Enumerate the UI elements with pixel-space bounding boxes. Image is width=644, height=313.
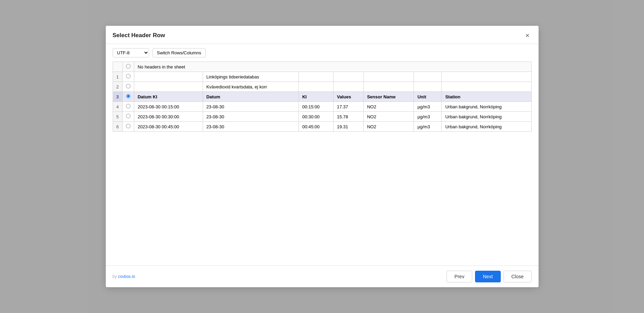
- dialog-toolbar: UTF-8 UTF-16 ISO-8859-1 Switch Rows/Colu…: [106, 44, 539, 62]
- row-num-5: 5: [113, 112, 122, 122]
- row-2-col-6: [414, 82, 442, 92]
- dialog-title: Select Header Row: [113, 32, 165, 39]
- table-row-selected: 3 Datum KI Datum KI Values Sensor Name U…: [113, 92, 531, 102]
- radio-cell-5[interactable]: [122, 112, 134, 122]
- row-6-col-4: 19.31: [333, 122, 363, 132]
- table-container: No headers in the sheet 1 Linköpings tid…: [106, 62, 539, 266]
- row-5-col-1: 2023-08-30 00:30:00: [134, 112, 203, 122]
- row-num-1: 1: [113, 72, 122, 82]
- row-3-radio[interactable]: [126, 94, 131, 98]
- row-1-col-3: [298, 72, 333, 82]
- row-3-col-2: Datum: [203, 92, 298, 102]
- dialog: Select Header Row × UTF-8 UTF-16 ISO-885…: [106, 26, 539, 287]
- footer-buttons: Prev Next Close: [447, 271, 531, 282]
- prev-button[interactable]: Prev: [447, 271, 472, 282]
- row-2-col-7: [442, 82, 531, 92]
- row-4-col-1: 2023-08-30 00:15:00: [134, 102, 203, 112]
- brand-link[interactable]: csvbox.io: [118, 274, 135, 279]
- row-1-col-5: [363, 72, 414, 82]
- row-6-radio[interactable]: [126, 124, 131, 128]
- no-header-row-num: [113, 62, 122, 72]
- row-4-radio[interactable]: [126, 104, 131, 108]
- row-num-6: 6: [113, 122, 122, 132]
- radio-cell-2[interactable]: [122, 82, 134, 92]
- row-3-col-6: Unit: [414, 92, 442, 102]
- table-row: 1 Linköpings tidseriedatabas: [113, 72, 531, 82]
- header-selection-table: No headers in the sheet 1 Linköpings tid…: [113, 62, 532, 132]
- brand-prefix: by: [113, 274, 118, 279]
- row-6-col-2: 23-08-30: [203, 122, 298, 132]
- row-4-col-5: NO2: [363, 102, 414, 112]
- row-1-col-1: [134, 72, 203, 82]
- no-header-label: No headers in the sheet: [134, 62, 531, 72]
- row-2-col-1: [134, 82, 203, 92]
- row-3-col-5: Sensor Name: [363, 92, 414, 102]
- row-num-3: 3: [113, 92, 122, 102]
- row-1-radio[interactable]: [126, 74, 131, 78]
- row-num-2: 2: [113, 82, 122, 92]
- no-header-row: No headers in the sheet: [113, 62, 531, 72]
- row-5-col-6: µg/m3: [414, 112, 442, 122]
- row-2-col-5: [363, 82, 414, 92]
- row-2-col-4: [333, 82, 363, 92]
- radio-cell-3[interactable]: [122, 92, 134, 102]
- row-2-col-3: [298, 82, 333, 92]
- row-3-col-7: Station: [442, 92, 531, 102]
- row-5-col-3: 00:30:00: [298, 112, 333, 122]
- next-button[interactable]: Next: [475, 271, 501, 282]
- radio-cell-6[interactable]: [122, 122, 134, 132]
- dialog-close-button[interactable]: ×: [523, 31, 532, 40]
- dialog-footer: by csvbox.io Prev Next Close: [106, 266, 539, 287]
- radio-cell-1[interactable]: [122, 72, 134, 82]
- row-6-col-6: µg/m3: [414, 122, 442, 132]
- row-4-col-7: Urban bakgrund, Norrköping: [442, 102, 531, 112]
- table-row: 4 2023-08-30 00:15:00 23-08-30 00:15:00 …: [113, 102, 531, 112]
- row-6-col-1: 2023-08-30 00:45:00: [134, 122, 203, 132]
- row-3-col-4: Values: [333, 92, 363, 102]
- row-5-radio[interactable]: [126, 114, 131, 118]
- row-4-col-4: 17.37: [333, 102, 363, 112]
- row-1-col-6: [414, 72, 442, 82]
- dialog-overlay: Select Header Row × UTF-8 UTF-16 ISO-885…: [0, 0, 644, 313]
- row-6-col-7: Urban bakgrund, Norrköping: [442, 122, 531, 132]
- encoding-select[interactable]: UTF-8 UTF-16 ISO-8859-1: [113, 48, 149, 57]
- row-2-col-2: Kvävedioxid kvartsdata, ej korr: [203, 82, 298, 92]
- radio-cell-4[interactable]: [122, 102, 134, 112]
- switch-rows-columns-button[interactable]: Switch Rows/Columns: [152, 48, 206, 57]
- table-row: 6 2023-08-30 00:45:00 23-08-30 00:45:00 …: [113, 122, 531, 132]
- row-5-col-5: NO2: [363, 112, 414, 122]
- row-4-col-3: 00:15:00: [298, 102, 333, 112]
- row-5-col-7: Urban bakgrund, Norrköping: [442, 112, 531, 122]
- row-5-col-4: 15.78: [333, 112, 363, 122]
- row-num-4: 4: [113, 102, 122, 112]
- row-6-col-3: 00:45:00: [298, 122, 333, 132]
- no-header-radio-cell[interactable]: [122, 62, 134, 72]
- row-3-col-3: KI: [298, 92, 333, 102]
- close-footer-button[interactable]: Close: [504, 271, 532, 282]
- row-1-col-2: Linköpings tidseriedatabas: [203, 72, 298, 82]
- row-1-col-4: [333, 72, 363, 82]
- row-2-radio[interactable]: [126, 84, 131, 88]
- row-6-col-5: NO2: [363, 122, 414, 132]
- row-4-col-2: 23-08-30: [203, 102, 298, 112]
- row-1-col-7: [442, 72, 531, 82]
- dialog-header: Select Header Row ×: [106, 26, 539, 44]
- row-5-col-2: 23-08-30: [203, 112, 298, 122]
- footer-brand: by csvbox.io: [113, 274, 135, 279]
- table-row: 2 Kvävedioxid kvartsdata, ej korr: [113, 82, 531, 92]
- row-3-col-1: Datum KI: [134, 92, 203, 102]
- no-header-radio[interactable]: [126, 64, 131, 68]
- row-4-col-6: µg/m3: [414, 102, 442, 112]
- table-row: 5 2023-08-30 00:30:00 23-08-30 00:30:00 …: [113, 112, 531, 122]
